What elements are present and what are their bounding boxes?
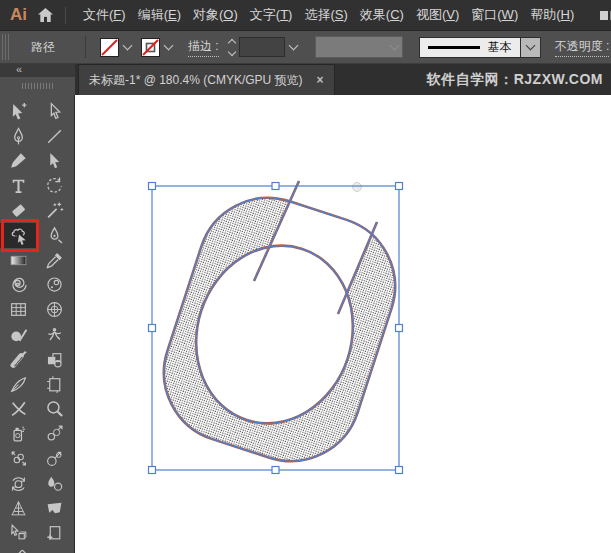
ruler-icon xyxy=(9,548,28,553)
symbol-shifter-tool[interactable] xyxy=(37,421,71,446)
toolbar-collapse-button[interactable]: « xyxy=(0,64,75,77)
menu-window[interactable]: 窗口(W) xyxy=(471,6,518,24)
eraser-icon xyxy=(9,201,28,220)
direct-selection-tool[interactable] xyxy=(37,99,71,124)
symbol-scruncher-tool[interactable] xyxy=(0,446,37,471)
knife-blade-icon xyxy=(9,375,28,394)
polar-grid-icon xyxy=(45,300,64,319)
spray-can-icon xyxy=(9,424,28,443)
type-tool[interactable] xyxy=(0,173,37,198)
selection-arrow-icon xyxy=(9,102,28,121)
tab-bar: « 未标题-1* @ 180.4% (CMYK/GPU 预览) × 软件自学网：… xyxy=(0,64,611,95)
fill-color-swatch[interactable] xyxy=(100,38,119,57)
symbol-stainer-tool[interactable] xyxy=(37,471,71,496)
variable-width-dropdown xyxy=(315,36,403,58)
menu-view[interactable]: 视图(V) xyxy=(416,6,459,24)
control-bar: 路径 描边 : 基本 不透明度 : xyxy=(0,30,611,64)
line-segment-tool[interactable] xyxy=(37,124,71,149)
flag-shape-tool[interactable] xyxy=(37,496,71,521)
gradient-swatch-icon xyxy=(9,251,28,270)
basic-stroke-preview xyxy=(428,46,480,49)
magnifier-icon xyxy=(45,399,64,418)
crossed-blades-icon xyxy=(9,399,28,418)
artboard-canvas[interactable] xyxy=(75,95,611,553)
menu-edit[interactable]: 编辑(E) xyxy=(138,6,181,24)
panel-grip[interactable] xyxy=(2,34,9,60)
stroke-weight-chevron-icon[interactable] xyxy=(288,41,298,51)
stroke-weight-input[interactable] xyxy=(239,37,285,57)
brush-definition-dropdown[interactable]: 基本 xyxy=(419,37,541,58)
spiral-tool[interactable] xyxy=(0,273,37,298)
watermark-text: 软件自学网：RJZXW.COM xyxy=(427,71,603,89)
curvature-pen-tool[interactable] xyxy=(37,223,71,248)
new-artboard-tool[interactable] xyxy=(37,521,71,546)
magic-wand-tool[interactable] xyxy=(37,198,71,223)
brush-style-label: 基本 xyxy=(488,39,512,56)
symbol-spinner-tool[interactable] xyxy=(0,471,37,496)
curvature-pen-icon xyxy=(45,226,64,245)
page-plus-icon xyxy=(45,523,64,542)
shaper-tool[interactable] xyxy=(0,223,37,248)
none-stroke-icon xyxy=(142,39,159,56)
perspective-grid-icon xyxy=(9,499,28,518)
document-tab[interactable]: 未标题-1* @ 180.4% (CMYK/GPU 预览) × xyxy=(78,64,335,95)
menu-type[interactable]: 文字(T) xyxy=(250,6,293,24)
type-T-icon xyxy=(9,176,28,195)
menu-file[interactable]: 文件(F) xyxy=(83,6,126,24)
gradient-tool[interactable] xyxy=(0,248,37,273)
tab-close-icon[interactable]: × xyxy=(317,73,324,87)
shape-builder-tool[interactable] xyxy=(0,322,37,347)
eyedropper-tool[interactable] xyxy=(37,248,71,273)
eyedropper-icon xyxy=(45,251,64,270)
solid-arrow-tool[interactable] xyxy=(37,149,71,174)
measure-tool[interactable] xyxy=(0,545,37,553)
home-icon[interactable] xyxy=(37,7,54,23)
menu-select[interactable]: 选择(S) xyxy=(304,6,347,24)
perspective-grid-tool[interactable] xyxy=(0,496,37,521)
none-fill-icon xyxy=(101,39,118,56)
pen-tool[interactable] xyxy=(0,124,37,149)
magic-wand-icon xyxy=(45,201,64,220)
disabled-chevron-icon xyxy=(389,41,399,51)
opacity-label[interactable]: 不透明度 : xyxy=(555,38,610,57)
tools-panel xyxy=(0,95,75,553)
symbol-shifter-icon xyxy=(45,424,64,443)
blob-brush-tool[interactable] xyxy=(0,347,37,372)
crossed-blades-tool[interactable] xyxy=(0,397,37,422)
menu-help[interactable]: 帮助(H) xyxy=(530,6,574,24)
arrow-cube-icon xyxy=(9,523,28,542)
rotate-tool[interactable] xyxy=(37,173,71,198)
paintbrush-icon xyxy=(9,151,28,170)
eraser-tool[interactable] xyxy=(0,198,37,223)
artboard-tool[interactable] xyxy=(37,372,71,397)
stroke-weight-label[interactable]: 描边 : xyxy=(188,38,219,57)
puppet-warp-tool[interactable] xyxy=(37,322,71,347)
stroke-color-swatch[interactable] xyxy=(141,38,160,57)
artwork-ring-shape[interactable] xyxy=(75,95,611,553)
symbol-sprayer-tool[interactable] xyxy=(0,421,37,446)
polar-grid-tool[interactable] xyxy=(37,297,71,322)
rectangular-grid-tool[interactable] xyxy=(0,297,37,322)
shaper-scribble-cursor-icon xyxy=(9,226,28,245)
blob-brush-icon xyxy=(9,350,28,369)
menu-object[interactable]: 对象(O) xyxy=(193,6,238,24)
knife-tool[interactable] xyxy=(0,372,37,397)
document-tab-title: 未标题-1* @ 180.4% (CMYK/GPU 预览) xyxy=(89,72,303,89)
fill-dropdown-chevron-icon[interactable] xyxy=(123,41,133,51)
group-shapes-tool[interactable] xyxy=(37,347,71,372)
stroke-weight-stepper[interactable] xyxy=(229,40,235,55)
paintbrush-tool[interactable] xyxy=(0,149,37,174)
menu-effect[interactable]: 效果(C) xyxy=(360,6,404,24)
artboard-crop-icon xyxy=(45,375,64,394)
symbol-sizer-tool[interactable] xyxy=(37,446,71,471)
workspace-switcher-icon[interactable] xyxy=(600,11,611,20)
zoom-tool[interactable] xyxy=(37,397,71,422)
selection-tool[interactable] xyxy=(0,99,37,124)
toolbar-drag-handle[interactable] xyxy=(22,83,54,89)
twirl-tool[interactable] xyxy=(37,273,71,298)
brush-dropdown-button[interactable] xyxy=(521,37,541,58)
app-logo[interactable]: Ai xyxy=(10,5,27,25)
stroke-dropdown-chevron-icon[interactable] xyxy=(164,41,174,51)
context-label: 路径 xyxy=(31,39,55,56)
perspective-selection-tool[interactable] xyxy=(0,521,37,546)
